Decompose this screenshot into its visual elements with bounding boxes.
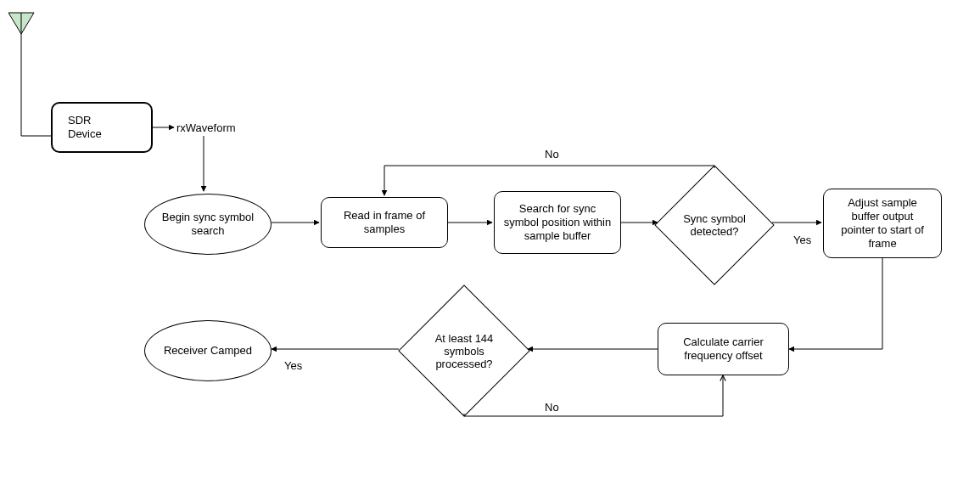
- edges-layer: [0, 0, 980, 479]
- flowchart-canvas: SDR Device rxWaveform Begin sync symbol …: [0, 0, 980, 479]
